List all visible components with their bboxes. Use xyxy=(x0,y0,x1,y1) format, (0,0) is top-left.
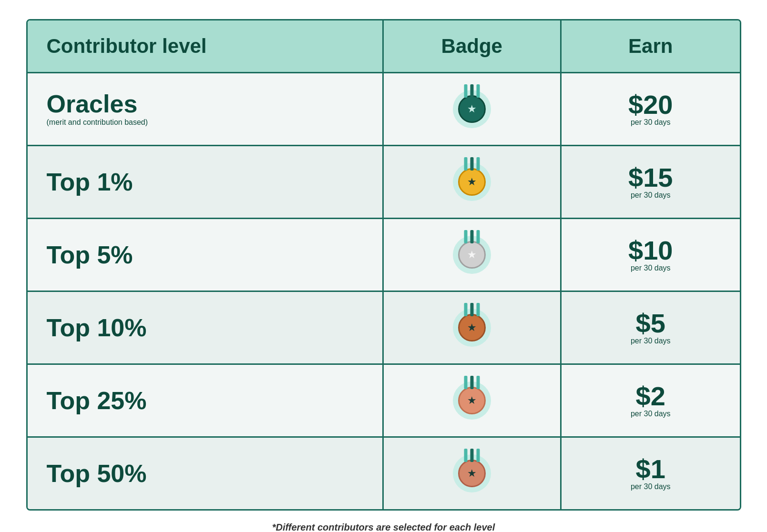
level-title: Top 50% xyxy=(47,460,147,487)
cell-earn: $20 per 30 days xyxy=(562,73,740,145)
cell-earn: $2 per 30 days xyxy=(562,365,740,436)
level-subtitle: (merit and contribution based) xyxy=(47,118,148,127)
earn-period: per 30 days xyxy=(631,482,671,491)
contributor-table: Contributor level Badge Earn Oracles (me… xyxy=(26,19,741,511)
earn-amount: $1 xyxy=(636,456,665,482)
cell-badge: ★ xyxy=(384,219,562,291)
earn-period: per 30 days xyxy=(631,118,671,127)
cell-earn: $1 per 30 days xyxy=(562,438,740,509)
header-earn: Earn xyxy=(562,20,740,72)
medal-icon: ★ xyxy=(450,447,493,500)
cell-earn: $10 per 30 days xyxy=(562,219,740,291)
earn-amount: $20 xyxy=(628,91,673,118)
medal-icon: ★ xyxy=(450,374,493,427)
medal-icon: ★ xyxy=(450,156,493,208)
medal-icon: ★ xyxy=(450,301,493,354)
footnote: *Different contributors are selected for… xyxy=(272,522,495,532)
table-body: Oracles (merit and contribution based) ★… xyxy=(28,72,740,509)
cell-level: Top 10% xyxy=(28,292,384,363)
earn-amount: $10 xyxy=(628,237,673,264)
cell-level: Oracles (merit and contribution based) xyxy=(28,73,384,145)
table-row: Top 25% ★ $2 per 30 days xyxy=(28,363,740,436)
cell-badge: ★ xyxy=(384,292,562,363)
level-title: Top 10% xyxy=(47,314,147,341)
earn-period: per 30 days xyxy=(631,410,671,418)
table-row: Top 1% ★ $15 per 30 days xyxy=(28,145,740,218)
level-title: Top 25% xyxy=(47,387,147,414)
medal-icon: ★ xyxy=(450,83,493,135)
cell-badge: ★ xyxy=(384,146,562,218)
table-row: Oracles (merit and contribution based) ★… xyxy=(28,72,740,145)
cell-level: Top 50% xyxy=(28,438,384,509)
cell-earn: $5 per 30 days xyxy=(562,292,740,363)
header-badge: Badge xyxy=(384,20,562,72)
level-title: Top 1% xyxy=(47,168,133,196)
table-row: Top 5% ★ $10 per 30 days xyxy=(28,218,740,291)
earn-period: per 30 days xyxy=(631,191,671,200)
cell-level: Top 1% xyxy=(28,146,384,218)
cell-level: Top 5% xyxy=(28,219,384,291)
cell-badge: ★ xyxy=(384,438,562,509)
page-wrapper: Contributor level Badge Earn Oracles (me… xyxy=(0,0,767,532)
earn-period: per 30 days xyxy=(631,264,671,272)
earn-period: per 30 days xyxy=(631,337,671,345)
cell-badge: ★ xyxy=(384,365,562,436)
table-row: Top 50% ★ $1 per 30 days xyxy=(28,436,740,509)
header-level: Contributor level xyxy=(28,20,384,72)
table-row: Top 10% ★ $5 per 30 days xyxy=(28,291,740,363)
table-header: Contributor level Badge Earn xyxy=(28,20,740,72)
earn-amount: $15 xyxy=(628,164,673,191)
cell-earn: $15 per 30 days xyxy=(562,146,740,218)
earn-amount: $2 xyxy=(636,383,665,410)
cell-level: Top 25% xyxy=(28,365,384,436)
level-title: Oracles xyxy=(47,90,138,118)
cell-badge: ★ xyxy=(384,73,562,145)
medal-icon: ★ xyxy=(450,229,493,281)
level-title: Top 5% xyxy=(47,241,133,269)
earn-amount: $5 xyxy=(636,310,665,337)
